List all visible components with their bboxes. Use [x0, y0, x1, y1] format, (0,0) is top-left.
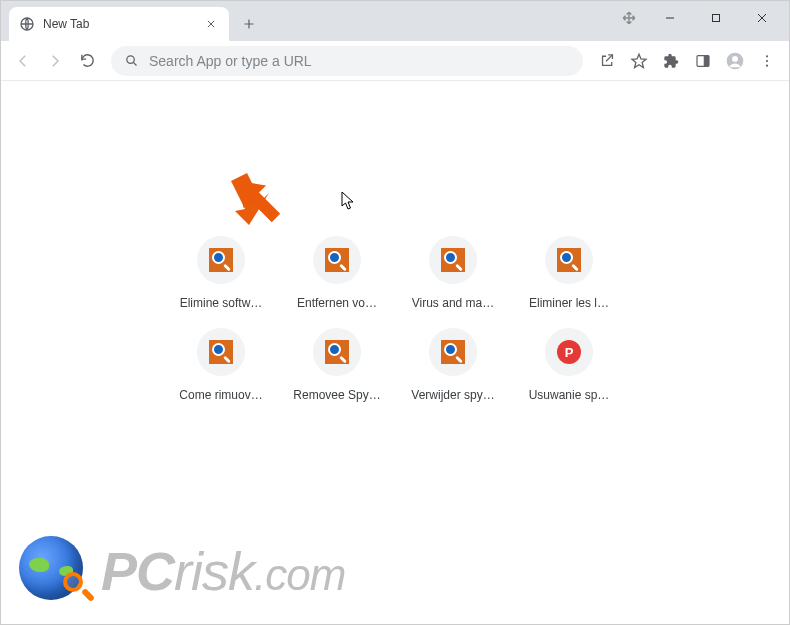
globe-icon: [19, 16, 35, 32]
close-window-button[interactable]: [739, 2, 785, 34]
new-tab-button[interactable]: [235, 10, 263, 38]
forward-button[interactable]: [41, 47, 69, 75]
shortcut-favicon-circle: P: [545, 328, 593, 376]
shortcut-item[interactable]: Come rimuov…: [165, 328, 277, 402]
svg-point-8: [766, 59, 768, 61]
shortcut-favicon-circle: [313, 236, 361, 284]
window-titlebar: New Tab: [1, 1, 789, 41]
back-button[interactable]: [9, 47, 37, 75]
tab-title: New Tab: [43, 17, 195, 31]
cursor-icon: [341, 191, 357, 215]
browser-toolbar: Search App or type a URL: [1, 41, 789, 81]
favicon-icon: [557, 248, 581, 272]
watermark: PCrisk.com: [19, 536, 345, 606]
svg-point-7: [766, 55, 768, 57]
svg-point-6: [732, 56, 738, 62]
shortcut-label: Verwijder spy…: [411, 388, 494, 402]
browser-tab[interactable]: New Tab: [9, 7, 229, 41]
shortcut-label: Elimine softw…: [180, 296, 263, 310]
menu-button[interactable]: [753, 47, 781, 75]
window-controls: [611, 1, 785, 41]
shortcut-favicon-circle: [429, 236, 477, 284]
svg-rect-4: [704, 55, 709, 66]
favicon-icon: P: [557, 340, 581, 364]
close-icon[interactable]: [203, 16, 219, 32]
shortcut-item[interactable]: PUsuwanie sp…: [513, 328, 625, 402]
shortcut-label: Come rimuov…: [179, 388, 262, 402]
shortcut-label: Virus and ma…: [412, 296, 494, 310]
address-bar-placeholder: Search App or type a URL: [149, 53, 571, 69]
shortcuts-grid: Elimine softw…Entfernen vo…Virus and ma……: [165, 236, 625, 402]
favicon-icon: [441, 248, 465, 272]
minimize-button[interactable]: [647, 2, 693, 34]
tab-strip: New Tab: [1, 1, 611, 41]
search-icon: [123, 53, 139, 69]
new-tab-content: Elimine softw…Entfernen vo…Virus and ma……: [1, 81, 789, 624]
profile-button[interactable]: [721, 47, 749, 75]
shortcut-favicon-circle: [197, 236, 245, 284]
favicon-icon: [325, 340, 349, 364]
shortcut-item[interactable]: Verwijder spy…: [397, 328, 509, 402]
favicon-icon: [325, 248, 349, 272]
shortcut-item[interactable]: Removee Spy…: [281, 328, 393, 402]
shortcut-item[interactable]: Elimine softw…: [165, 236, 277, 310]
extensions-button[interactable]: [657, 47, 685, 75]
shortcut-label: Entfernen vo…: [297, 296, 377, 310]
maximize-button[interactable]: [693, 2, 739, 34]
shortcut-label: Eliminer les l…: [529, 296, 609, 310]
favicon-icon: [209, 248, 233, 272]
svg-rect-1: [713, 15, 720, 22]
magnifier-icon: [63, 572, 91, 600]
favicon-icon: [441, 340, 465, 364]
shortcut-item[interactable]: Virus and ma…: [397, 236, 509, 310]
annotation-arrow-icon: [229, 171, 289, 235]
drag-handle-icon[interactable]: [611, 2, 647, 34]
shortcut-label: Usuwanie sp…: [529, 388, 610, 402]
watermark-text: PCrisk.com: [101, 544, 345, 598]
shortcut-favicon-circle: [429, 328, 477, 376]
bookmark-button[interactable]: [625, 47, 653, 75]
shortcut-favicon-circle: [313, 328, 361, 376]
shortcut-favicon-circle: [545, 236, 593, 284]
shortcut-item[interactable]: Entfernen vo…: [281, 236, 393, 310]
svg-point-2: [126, 56, 134, 64]
share-button[interactable]: [593, 47, 621, 75]
svg-point-9: [766, 64, 768, 66]
side-panel-button[interactable]: [689, 47, 717, 75]
reload-button[interactable]: [73, 47, 101, 75]
favicon-icon: [209, 340, 233, 364]
shortcut-favicon-circle: [197, 328, 245, 376]
shortcut-item[interactable]: Eliminer les l…: [513, 236, 625, 310]
address-bar[interactable]: Search App or type a URL: [111, 46, 583, 76]
shortcut-label: Removee Spy…: [293, 388, 380, 402]
